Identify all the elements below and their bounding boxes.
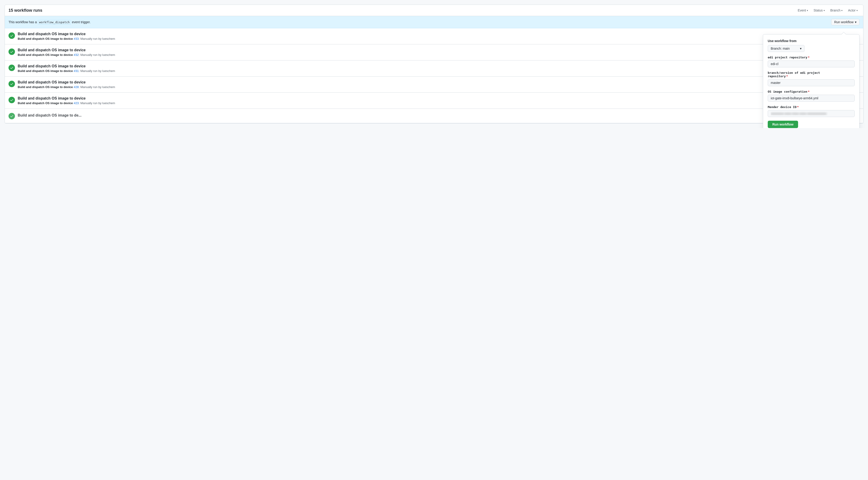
- dispatch-code: workflow_dispatch: [38, 20, 71, 24]
- dispatch-prefix: This workflow has a: [8, 20, 37, 24]
- event-chevron-icon: ▾: [807, 9, 808, 12]
- workflow-sub: Build and dispatch OS image to device #3…: [18, 53, 115, 57]
- actor-filter-button[interactable]: Actor ▾: [846, 8, 860, 13]
- run-workflow-chevron-icon: ▾: [855, 20, 857, 24]
- branch-version-label: branch/version of edi project repository…: [768, 71, 855, 78]
- workflow-name: Build and dispatch OS image to de...: [18, 113, 82, 118]
- table-row: Build and dispatch OS image to device Bu…: [5, 60, 863, 76]
- mender-device-id-group: Mender device ID*: [768, 105, 855, 117]
- success-icon: [8, 32, 15, 39]
- branch-chevron-icon: ▾: [841, 9, 842, 12]
- workflow-info: Build and dispatch OS image to device Bu…: [18, 80, 115, 89]
- os-image-configuration-group: OS image configuration*: [768, 90, 855, 102]
- actor-chevron-icon: ▾: [857, 9, 858, 12]
- table-row: Build and dispatch OS image to de...: [5, 109, 863, 123]
- status-filter-label: Status: [813, 8, 823, 12]
- workflow-sub: Build and dispatch OS image to device #3…: [18, 37, 115, 40]
- workflow-sub: Build and dispatch OS image to device #2…: [18, 101, 115, 105]
- edi-project-repository-label: edi project repository*: [768, 56, 855, 59]
- run-workflow-submit-button[interactable]: Run workflow: [768, 121, 798, 128]
- run-workflow-panel: Use workflow from Branch: main ▾ edi pro…: [763, 34, 860, 128]
- branch-version-group: branch/version of edi project repository…: [768, 71, 855, 86]
- mender-device-id-label: Mender device ID*: [768, 105, 855, 109]
- workflow-name: Build and dispatch OS image to device: [18, 96, 115, 100]
- run-link[interactable]: #23: [73, 101, 79, 105]
- workflow-sub: Build and dispatch OS image to device #2…: [18, 85, 115, 89]
- branch-chevron-icon: ▾: [800, 47, 802, 50]
- table-row: Build and dispatch OS image to device Bu…: [5, 44, 863, 60]
- run-link[interactable]: #31: [73, 69, 79, 73]
- dispatch-banner: This workflow has a workflow_dispatch ev…: [5, 16, 863, 28]
- workflow-name: Build and dispatch OS image to device: [18, 32, 115, 36]
- dispatch-suffix: event trigger.: [72, 20, 91, 24]
- edi-project-repository-group: edi project repository*: [768, 56, 855, 67]
- branch-filter-label: Branch: [830, 8, 840, 12]
- run-workflow-label: Run workflow: [834, 20, 854, 24]
- table-row: Build and dispatch OS image to device Bu…: [5, 28, 863, 44]
- branch-select-label: Branch: main: [771, 47, 789, 50]
- workflow-name: Build and dispatch OS image to device: [18, 64, 115, 68]
- table-row: Build and dispatch OS image to device Bu…: [5, 76, 863, 93]
- run-link[interactable]: #28: [73, 85, 79, 89]
- run-link[interactable]: #32: [73, 53, 79, 57]
- event-filter-button[interactable]: Event ▾: [796, 8, 810, 13]
- workflow-info: Build and dispatch OS image to de...: [18, 113, 82, 118]
- event-filter-label: Event: [798, 8, 806, 12]
- panel-title: Use workflow from: [768, 39, 855, 43]
- workflow-info: Build and dispatch OS image to device Bu…: [18, 48, 115, 57]
- status-chevron-icon: ▾: [824, 9, 825, 12]
- success-icon: [8, 81, 15, 87]
- success-icon: [8, 65, 15, 71]
- page-title: 15 workflow runs: [8, 8, 42, 13]
- edi-project-repository-input[interactable]: [768, 60, 855, 67]
- run-link[interactable]: #33: [73, 37, 79, 40]
- success-icon: [8, 113, 15, 119]
- branch-select-button[interactable]: Branch: main ▾: [768, 45, 805, 52]
- workflow-list: Build and dispatch OS image to device Bu…: [5, 28, 863, 123]
- workflow-name: Build and dispatch OS image to device: [18, 80, 115, 84]
- branch-filter-button[interactable]: Branch ▾: [829, 8, 844, 13]
- actor-filter-label: Actor: [848, 8, 856, 12]
- workflow-sub: Build and dispatch OS image to device #3…: [18, 69, 115, 73]
- os-image-configuration-label: OS image configuration*: [768, 90, 855, 93]
- workflow-info: Build and dispatch OS image to device Bu…: [18, 64, 115, 73]
- branch-version-input[interactable]: [768, 79, 855, 86]
- table-row: Build and dispatch OS image to device Bu…: [5, 93, 863, 109]
- header-bar: 15 workflow runs Event ▾ Status ▾ Branch…: [5, 5, 863, 16]
- workflow-info: Build and dispatch OS image to device Bu…: [18, 96, 115, 105]
- run-workflow-submit-label: Run workflow: [772, 123, 794, 126]
- run-workflow-button[interactable]: Run workflow ▾: [831, 19, 860, 25]
- mender-device-id-input[interactable]: [768, 110, 855, 117]
- workflow-name: Build and dispatch OS image to device: [18, 48, 115, 52]
- status-filter-button[interactable]: Status ▾: [812, 8, 827, 13]
- dispatch-text: This workflow has a workflow_dispatch ev…: [8, 20, 91, 24]
- success-icon: [8, 49, 15, 55]
- os-image-configuration-input[interactable]: [768, 95, 855, 102]
- workflow-info: Build and dispatch OS image to device Bu…: [18, 32, 115, 40]
- success-icon: [8, 97, 15, 103]
- header-filters: Event ▾ Status ▾ Branch ▾ Actor ▾: [796, 8, 860, 13]
